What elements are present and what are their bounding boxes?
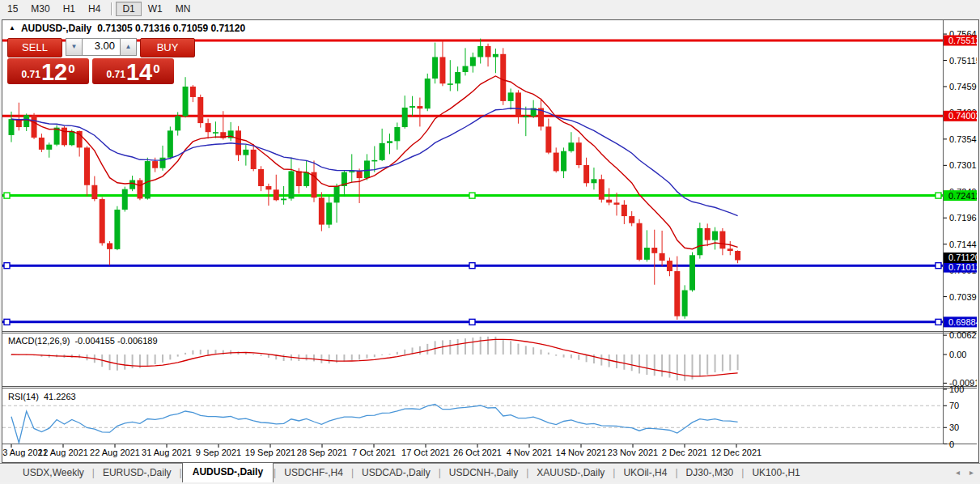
candle-body [606, 200, 612, 203]
macd-histogram-bar [623, 355, 625, 370]
tab-usdchf-h4[interactable]: USDCHF-,H4 [276, 464, 351, 482]
candle-body [39, 138, 45, 150]
candle-body [183, 87, 189, 116]
level-handle[interactable] [4, 319, 10, 325]
macd-histogram-bar [503, 339, 504, 355]
timeframe-button-15[interactable]: 15 [1, 2, 24, 16]
current-price-badge-label: 0.71120 [948, 253, 977, 262]
tab-usdx-weekly[interactable]: USDX,Weekly [15, 464, 92, 482]
macd-histogram-bar [252, 354, 254, 355]
candle-body [599, 179, 605, 199]
volume-decrease-button[interactable]: ▼ [66, 38, 83, 56]
timeframe-button-d1[interactable]: D1 [116, 2, 141, 16]
tab-scroll-right-icon[interactable]: ▸ [969, 468, 974, 477]
tab-audusd-daily[interactable]: AUDUSD-,Daily [182, 462, 274, 482]
macd-histogram-bar [517, 344, 519, 355]
collapse-triangle-icon[interactable]: ▲ [9, 24, 15, 32]
timeframe-button-mn[interactable]: MN [169, 2, 197, 16]
candle-body [689, 255, 695, 290]
tab-usdcnh-daily[interactable]: USDCNH-,Daily [441, 464, 526, 482]
level-handle[interactable] [4, 263, 10, 269]
rsi-label: RSI(14) 41.2263 [8, 392, 76, 401]
macd-histogram-bar [699, 355, 701, 376]
macd-histogram-bar [117, 355, 118, 371]
macd-histogram-bar [124, 355, 125, 370]
level-handle[interactable] [469, 263, 475, 269]
ask-prefix: 0.71 [107, 69, 125, 80]
macd-label: MACD(12,26,9) -0.004155 -0.006189 [8, 336, 158, 346]
macd-tick-label: 0.006201 [949, 330, 977, 340]
macd-histogram-bar [571, 355, 572, 359]
date-label: 26 Oct 2021 [453, 448, 502, 457]
candle-body [402, 108, 408, 127]
date-label: 7 Oct 2021 [352, 448, 396, 457]
candle-body [296, 171, 302, 186]
timeframe-button-h4[interactable]: H4 [82, 2, 107, 16]
one-click-trading-panel: SELL ▼ 3.00 ▲ BUY 0.71 12 0 0.71 14 [7, 38, 197, 84]
macd-histogram-bar [426, 344, 428, 355]
candle-body [417, 106, 422, 108]
level-handle[interactable] [469, 319, 475, 325]
candle-body [629, 216, 634, 223]
level-handle[interactable] [935, 193, 941, 198]
macd-histogram-bar [541, 350, 542, 355]
macd-histogram-bar [715, 355, 716, 372]
level-handle[interactable] [469, 193, 475, 198]
macd-histogram-bar [729, 355, 731, 371]
tab-eurusd-daily[interactable]: EURUSD-,Daily [95, 464, 180, 482]
candle-body [622, 205, 627, 216]
bid-price-panel[interactable]: 0.71 12 0 [7, 58, 89, 84]
macd-histogram-bar [374, 355, 375, 357]
arrow-up-icon: ▲ [125, 43, 132, 50]
tab-xauusd-daily[interactable]: XAUUSD-,Daily [528, 464, 613, 482]
macd-histogram-bar [465, 338, 466, 355]
macd-histogram-bar [329, 355, 330, 363]
volume-input[interactable]: 3.00 [83, 38, 120, 56]
candle-body [274, 189, 279, 200]
candle-body [380, 143, 385, 160]
date-label: 4 Nov 2021 [507, 448, 552, 457]
sell-button[interactable]: SELL [7, 38, 62, 57]
date-label: 12 Dec 2021 [711, 448, 762, 457]
tab-ukoil-h4[interactable]: UKOil-,H4 [615, 464, 675, 482]
candle-body [568, 142, 574, 151]
candle-body [576, 142, 582, 165]
timeframe-button-w1[interactable]: W1 [142, 2, 169, 16]
candle-body [425, 79, 431, 108]
ask-big-digits: 14 [126, 62, 152, 83]
macd-histogram-bar [207, 350, 209, 355]
macd-histogram-bar [677, 355, 678, 380]
macd-histogram-bar [563, 355, 565, 358]
level-handle[interactable] [935, 319, 941, 325]
price-level-badge-label: 0.74002 [948, 111, 977, 121]
volume-increase-button[interactable]: ▲ [120, 38, 137, 56]
candle-body [190, 87, 196, 97]
candle-body [432, 57, 438, 79]
macd-histogram-bar [200, 350, 202, 355]
date-label: 19 Sep 2021 [245, 448, 295, 457]
ask-price-panel[interactable]: 0.71 14 0 [92, 58, 174, 84]
macd-values: -0.004155 -0.006189 [74, 336, 157, 346]
chart-canvas[interactable]: 0.756400.751150.745900.740650.735400.730… [2, 20, 977, 461]
timeframe-button-h1[interactable]: H1 [57, 2, 82, 16]
tab-scroll-left-icon[interactable]: ◂ [956, 468, 960, 477]
level-handle[interactable] [4, 193, 10, 198]
macd-histogram-bar [389, 354, 391, 355]
candle-body [303, 172, 309, 186]
candle-body [728, 248, 733, 251]
buy-button[interactable]: BUY [140, 38, 195, 57]
date-label: 31 Aug 2021 [142, 448, 192, 457]
macd-histogram-bar [706, 355, 708, 375]
tab-uk100-h1[interactable]: UK100-,H1 [744, 464, 808, 482]
macd-histogram-bar [555, 355, 557, 356]
level-handle[interactable] [935, 263, 941, 269]
price-level-badge-label: 0.71012 [948, 262, 977, 272]
candle-body [122, 189, 128, 210]
macd-histogram-bar [654, 355, 655, 376]
timeframe-button-m30[interactable]: M30 [24, 2, 56, 16]
tab-usdcad-daily[interactable]: USDCAD-,Daily [354, 464, 439, 482]
rsi-tick-label: 30 [949, 422, 959, 432]
candle-body [349, 171, 354, 172]
date-label: 22 Aug 2021 [90, 448, 140, 457]
tab-dj30-m30[interactable]: DJ30-,M30 [678, 464, 742, 482]
